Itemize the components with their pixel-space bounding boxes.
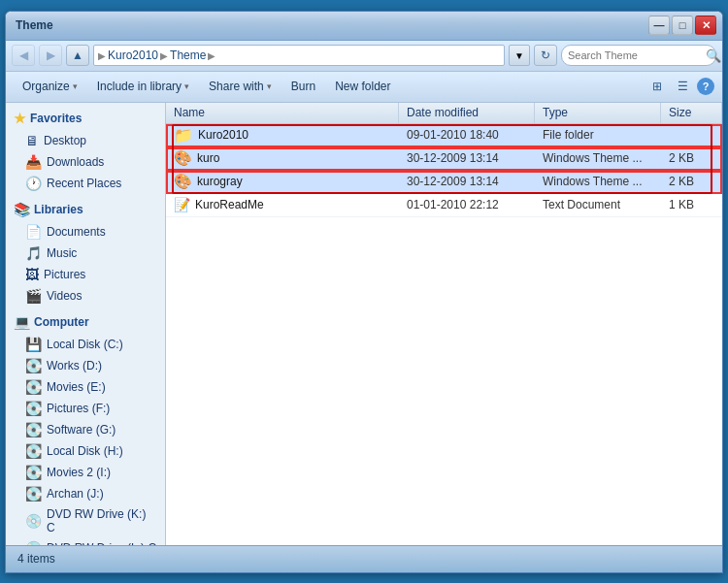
new-folder-button[interactable]: New folder (326, 75, 399, 98)
search-input[interactable] (568, 49, 702, 61)
movies-e-label: Movies (E:) (47, 380, 106, 394)
file-date-kuro2010: 09-01-2010 18:40 (399, 128, 535, 142)
libraries-label: Libraries (34, 203, 83, 216)
back-button[interactable]: ◀ (12, 45, 35, 66)
sidebar-item-dvdrw-k[interactable]: 💿 DVD RW Drive (K:) C (6, 504, 165, 537)
sidebar: ★ Favorites 🖥 Desktop 📥 Downloads 🕐 Rece… (6, 103, 166, 545)
file-list-header: Name Date modified Type Size (166, 103, 722, 124)
pictures-f-icon: 💽 (25, 401, 42, 416)
sidebar-item-recent[interactable]: 🕐 Recent Places (6, 173, 165, 194)
col-header-size[interactable]: Size (661, 103, 722, 123)
archan-j-label: Archan (J:) (47, 487, 104, 501)
file-row-kurogray[interactable]: 🎨 kurogray 30-12-2009 13:14 Windows Them… (166, 171, 722, 194)
close-button[interactable]: ✕ (695, 16, 716, 35)
sidebar-item-downloads[interactable]: 📥 Downloads (6, 151, 165, 173)
sidebar-item-pictures[interactable]: 🖼 Pictures (6, 264, 165, 285)
dvdrw-k-icon: 💿 (25, 513, 42, 529)
sidebar-item-desktop[interactable]: 🖥 Desktop (6, 130, 165, 151)
library-chevron: ▾ (184, 81, 189, 91)
favorites-section: ★ Favorites 🖥 Desktop 📥 Downloads 🕐 Rece… (6, 107, 165, 194)
navigation-bar: ◀ ▶ ▲ ▶ Kuro2010 ▶ Theme ▶ ▼ ↻ 🔍 (6, 41, 722, 72)
pictures-icon: 🖼 (25, 267, 39, 282)
breadcrumb-arrow-left[interactable]: ▶ (98, 50, 106, 61)
sidebar-item-local-c[interactable]: 💾 Local Disk (C:) (6, 334, 165, 355)
file-type-kuro2010: File folder (535, 128, 661, 142)
address-dropdown[interactable]: ▼ (509, 45, 530, 66)
col-header-type[interactable]: Type (535, 103, 661, 123)
minimize-button[interactable]: — (648, 16, 670, 35)
libraries-section: 📚 Libraries 📄 Documents 🎵 Music 🖼 Pictur… (6, 198, 165, 307)
documents-icon: 📄 (25, 224, 42, 240)
sidebar-item-movies-e[interactable]: 💽 Movies (E:) (6, 376, 165, 398)
window-title: Theme (12, 18, 648, 32)
documents-label: Documents (47, 225, 106, 239)
col-header-date[interactable]: Date modified (399, 103, 535, 123)
organize-button[interactable]: Organize ▾ (14, 75, 86, 98)
pictures-label: Pictures (44, 268, 85, 281)
search-icon[interactable]: 🔍 (706, 49, 721, 63)
share-with-button[interactable]: Share with ▾ (200, 75, 281, 98)
view-toggle-button[interactable]: ☰ (672, 76, 693, 97)
computer-icon: 💻 (14, 314, 30, 330)
file-type-kuroreadme: Text Document (535, 198, 661, 211)
sidebar-item-works-d[interactable]: 💽 Works (D:) (6, 355, 165, 376)
software-g-icon: 💽 (25, 422, 42, 437)
file-list: Name Date modified Type Size 📁 Kuro2010 … (166, 103, 722, 545)
new-folder-label: New folder (335, 80, 390, 93)
breadcrumb-kuro2010[interactable]: Kuro2010 (108, 49, 158, 62)
file-row-kuro[interactable]: 🎨 kuro 30-12-2009 13:14 Windows Theme ..… (166, 147, 722, 171)
sidebar-item-dvdrw-l[interactable]: 💿 DVD RW Drive (L:) C (6, 537, 165, 545)
breadcrumb-theme[interactable]: Theme (170, 49, 206, 62)
recent-icon: 🕐 (25, 176, 42, 191)
sidebar-item-software-g[interactable]: 💽 Software (G:) (6, 419, 165, 440)
libraries-icon: 📚 (14, 202, 30, 217)
movies-e-icon: 💽 (25, 379, 42, 395)
computer-header[interactable]: 💻 Computer (6, 310, 165, 334)
sidebar-item-videos[interactable]: 🎬 Videos (6, 285, 165, 307)
movies2-i-label: Movies 2 (I:) (47, 466, 111, 479)
file-size-kuro: 2 KB (661, 151, 722, 165)
sidebar-item-documents[interactable]: 📄 Documents (6, 221, 165, 243)
view-options-button[interactable]: ⊞ (646, 76, 668, 97)
sidebar-item-local-h[interactable]: 💽 Local Disk (H:) (6, 440, 165, 462)
file-row-kuroreadme[interactable]: 📝 KuroReadMe 01-01-2010 22:12 Text Docum… (166, 194, 722, 217)
theme-icon-kurogray: 🎨 (174, 173, 192, 190)
music-icon: 🎵 (25, 245, 42, 261)
sidebar-item-archan-j[interactable]: 💽 Archan (J:) (6, 483, 165, 504)
archan-j-icon: 💽 (25, 486, 42, 502)
sidebar-item-music[interactable]: 🎵 Music (6, 243, 165, 264)
forward-button[interactable]: ▶ (39, 45, 62, 66)
status-bar: 4 items (6, 545, 722, 572)
sidebar-item-movies2-i[interactable]: 💽 Movies 2 (I:) (6, 462, 165, 483)
burn-button[interactable]: Burn (282, 75, 324, 98)
library-label: Include in library (97, 80, 182, 93)
toolbar-right: ⊞ ☰ ? (646, 76, 714, 97)
computer-section: 💻 Computer 💾 Local Disk (C:) 💽 Works (D:… (6, 310, 165, 545)
help-button[interactable]: ? (697, 78, 714, 95)
breadcrumb-bar: ▶ Kuro2010 ▶ Theme ▶ (93, 45, 505, 66)
movies2-i-icon: 💽 (25, 465, 42, 480)
libraries-header[interactable]: 📚 Libraries (6, 198, 165, 221)
selected-files-group: 📁 Kuro2010 09-01-2010 18:40 File folder … (166, 124, 722, 194)
col-header-name[interactable]: Name (166, 103, 399, 123)
include-library-button[interactable]: Include in library ▾ (88, 75, 198, 98)
up-button[interactable]: ▲ (66, 45, 89, 66)
maximize-button[interactable]: □ (672, 16, 693, 35)
window-controls: — □ ✕ (648, 16, 716, 35)
computer-label: Computer (34, 315, 89, 329)
local-h-icon: 💽 (25, 443, 42, 459)
file-row-kuro2010[interactable]: 📁 Kuro2010 09-01-2010 18:40 File folder (166, 124, 722, 147)
burn-label: Burn (291, 80, 315, 93)
favorites-header[interactable]: ★ Favorites (6, 107, 165, 130)
sidebar-item-pictures-f[interactable]: 💽 Pictures (F:) (6, 398, 165, 419)
status-item-count: 4 items (17, 552, 55, 566)
file-name-kuro2010: 📁 Kuro2010 (166, 126, 399, 145)
refresh-button[interactable]: ↻ (534, 45, 557, 66)
theme-icon-kuro: 🎨 (174, 149, 192, 167)
organize-chevron: ▾ (73, 81, 78, 91)
local-c-label: Local Disk (C:) (47, 338, 123, 351)
file-date-kuro: 30-12-2009 13:14 (399, 151, 535, 165)
file-name-kuroreadme: 📝 KuroReadMe (166, 197, 399, 212)
breadcrumb-sep-1: ▶ (160, 50, 168, 61)
toolbar: Organize ▾ Include in library ▾ Share wi… (6, 72, 722, 103)
